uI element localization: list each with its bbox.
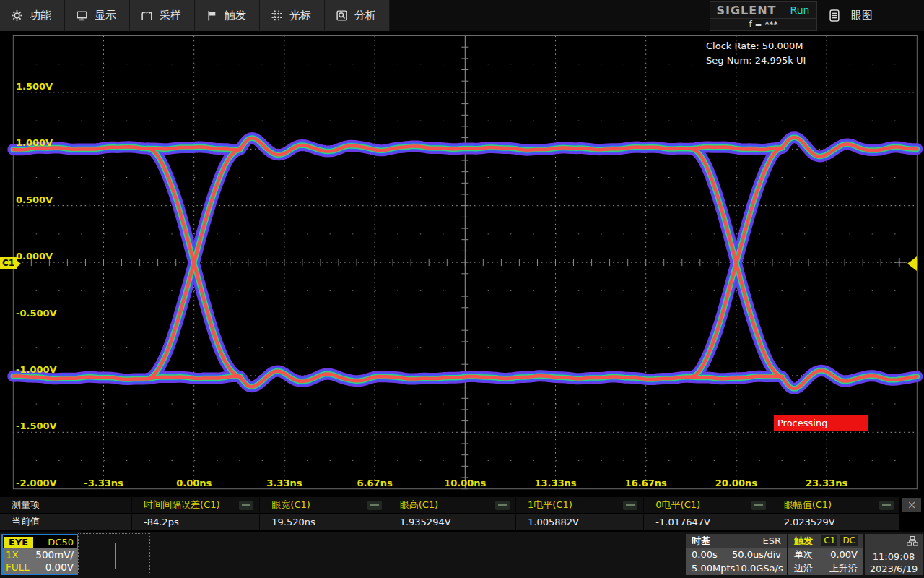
remove-measure-button[interactable] (879, 501, 894, 510)
timebase-panel[interactable]: 时基 ESR 0.00s 50.0us/div 5.00Mpts 10.0GSa… (686, 534, 787, 575)
menu-item-trigger[interactable]: 触发 (195, 0, 260, 31)
run-status[interactable]: Run (783, 2, 816, 18)
v-axis-label: -0.500V (16, 308, 57, 319)
remove-measure-button[interactable] (751, 501, 766, 510)
channel-name-badge: EYE (4, 537, 33, 548)
t-axis-label: 13.33ns (534, 478, 576, 488)
network-icon[interactable] (907, 536, 918, 546)
eye-diagram-menu[interactable]: 眼图 (829, 0, 873, 31)
bottom-bar: EYE DC50 1X 500mV/ FULL 0.00V 时基 ESR (0, 532, 924, 578)
v-axis-label: 1.000V (16, 137, 53, 148)
measure-value: -1.017647V (644, 514, 771, 530)
v-axis-label: -2.000V (16, 478, 57, 488)
v-axis-label: 0.500V (16, 194, 53, 205)
brand-logo: SIGLENT (710, 4, 783, 17)
measure-header: 眼宽(C1) (271, 499, 310, 512)
measure-header: 1电平(C1) (528, 499, 572, 512)
processing-badge: Processing (774, 415, 868, 431)
menu-item-acquire[interactable]: 采样 (130, 0, 195, 31)
t-axis-label: 10.00ns (444, 478, 486, 488)
clock-rate-text: Clock Rate: 50.000M (706, 39, 806, 53)
timebase-scale: 50.0us/div (732, 549, 781, 560)
trigger-level: 0.00V (830, 549, 858, 560)
close-table-button[interactable]: × (902, 498, 921, 512)
channel-coupling: DC50 (48, 537, 74, 548)
t-axis-label: -3.33ns (84, 478, 123, 488)
measure-value: 1.005882V (516, 514, 643, 530)
vertical-offset: 0.00V (45, 561, 74, 573)
notes-icon (829, 9, 841, 22)
remove-measure-button[interactable] (495, 501, 510, 510)
menu-items: 功能 显示 采样 (0, 0, 390, 31)
measure-row-value-label: 当前值 (0, 514, 131, 530)
cursor-grid-icon (271, 9, 283, 22)
measure-header: 眼高(C1) (400, 499, 439, 512)
v-axis-label: 1.500V (16, 81, 53, 92)
measure-column-zero-level: 0电平(C1) -1.017647V (643, 497, 771, 530)
status-time: 11:09:08 (865, 551, 923, 562)
measure-column-eye-width: 眼宽(C1) 19.520ns (259, 497, 387, 530)
sample-rate: 10.0GSa/s (735, 563, 783, 574)
timebase-mode: ESR (763, 535, 782, 546)
t-axis-label: 16.67ns (625, 478, 667, 488)
measure-value: 1.935294V (388, 514, 515, 530)
remove-measure-button[interactable] (239, 501, 253, 510)
measure-column-eye-amplitude: 眼幅值(C1) 2.023529V (772, 497, 899, 530)
menu-item-display[interactable]: 显示 (65, 0, 130, 31)
measurement-table: 测量项 当前值 时间间隔误差(C1) -84.2ps 眼宽(C1) 19.520… (0, 497, 924, 530)
menu-item-label: 触发 (225, 9, 246, 22)
menu-item-label: 光标 (289, 9, 311, 22)
trigger-flag-icon (206, 9, 218, 22)
menu-item-cursor[interactable]: 光标 (260, 0, 325, 31)
vertical-scale: 500mV/ (35, 549, 74, 561)
v-axis-label: -1.000V (16, 364, 57, 375)
sampling-icon (141, 9, 153, 22)
measure-header: 眼幅值(C1) (784, 499, 832, 512)
analysis-icon (336, 9, 348, 22)
channel-descriptor-box[interactable]: EYE DC50 1X 500mV/ FULL 0.00V (1, 534, 78, 575)
menu-bar: 功能 显示 采样 (0, 0, 924, 32)
t-axis-label: 20.00ns (715, 478, 757, 488)
remove-measure-button[interactable] (367, 501, 382, 510)
trigger-type: 边沿 (794, 562, 813, 575)
clock-info: Clock Rate: 50.000M Seg Num: 24.995k UI (706, 39, 806, 68)
freq-readout: f = *** (710, 18, 816, 30)
measure-value: 19.520ns (260, 514, 387, 530)
measure-row-header: 测量项 (0, 497, 131, 513)
empty-channel-slot[interactable] (78, 533, 150, 574)
measure-value: -84.2ps (132, 514, 259, 530)
trigger-slope: 上升沿 (829, 562, 858, 575)
trigger-title: 触发 (794, 535, 813, 548)
menu-item-label: 分析 (354, 9, 376, 22)
eye-menu-label: 眼图 (851, 9, 873, 22)
oscilloscope-screen: 功能 显示 采样 (0, 0, 924, 578)
t-axis-label: 3.33ns (266, 478, 302, 488)
t-axis-label: 23.33ns (806, 478, 847, 488)
graticule-area: 1.500V1.000V0.500V0.000V-0.500V-1.000V-1… (0, 32, 924, 497)
bandwidth-limit: FULL (6, 561, 30, 573)
gear-icon (11, 9, 23, 22)
trigger-source: C1 (821, 535, 837, 546)
measure-column-one-level: 1电平(C1) 1.005882V (515, 497, 643, 530)
trigger-panel[interactable]: 触发 C1 DC 单次 0.00V 边沿 上升沿 (788, 534, 863, 575)
seg-num-text: Seg Num: 24.995k UI (706, 53, 806, 68)
timebase-delay: 0.00s (692, 549, 718, 560)
channel-level-marker[interactable]: C1 (0, 257, 17, 269)
crosshair-icon (115, 543, 116, 569)
measure-column-tie: 时间间隔误差(C1) -84.2ps (131, 497, 259, 530)
menu-item-function[interactable]: 功能 (0, 0, 65, 31)
t-axis-label: 0.00ns (176, 478, 212, 488)
t-axis-label: 6.67ns (357, 478, 393, 488)
trigger-level-marker[interactable] (907, 256, 917, 271)
status-date: 2023/6/19 (865, 564, 923, 574)
menu-item-analysis[interactable]: 分析 (325, 0, 390, 31)
v-axis-label: -1.500V (16, 420, 57, 431)
measure-header: 0电平(C1) (655, 499, 700, 512)
remove-measure-button[interactable] (623, 501, 637, 510)
trigger-mode: 单次 (794, 548, 813, 561)
display-icon (76, 9, 88, 22)
menu-item-label: 采样 (160, 9, 181, 22)
measure-value: 2.023529V (772, 514, 899, 530)
measure-column-eye-height: 眼高(C1) 1.935294V (388, 497, 515, 530)
trigger-coupling: DC (840, 535, 858, 546)
